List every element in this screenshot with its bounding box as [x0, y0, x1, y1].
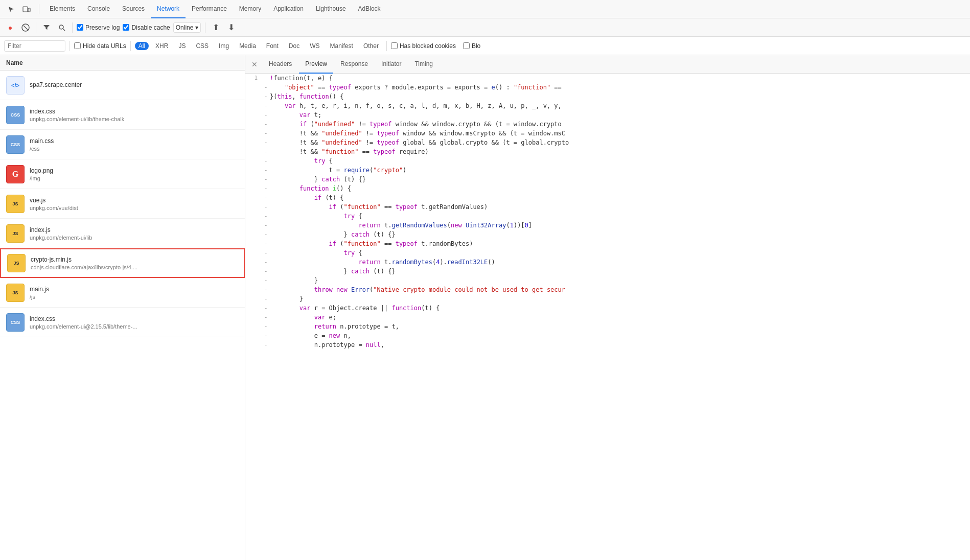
filter-type-other[interactable]: Other — [360, 42, 382, 50]
code-line: - function i() { — [245, 184, 970, 193]
cursor-icon[interactable] — [4, 2, 18, 16]
hide-data-urls-label[interactable]: Hide data URLs — [74, 42, 126, 50]
filter-separator-3 — [386, 41, 387, 51]
list-item[interactable]: CSS index.css unpkg.com/element-ui@2.15.… — [0, 308, 245, 337]
svg-point-4 — [59, 25, 63, 29]
tab-lighthouse[interactable]: Lighthouse — [310, 0, 352, 18]
tab-network[interactable]: Network — [151, 0, 186, 18]
svg-line-5 — [63, 29, 65, 31]
tab-timing[interactable]: Timing — [408, 55, 439, 74]
list-item[interactable]: JS vue.js unpkg.com/vue/dist — [0, 189, 245, 219]
toolbar-separator-2 — [72, 22, 73, 33]
import-button[interactable]: ⬆ — [210, 21, 222, 34]
list-item[interactable]: JS main.js /js — [0, 278, 245, 308]
file-path: cdnjs.cloudflare.com/ajax/libs/crypto-js… — [31, 264, 137, 270]
file-name: index.css — [30, 108, 124, 115]
preserve-log-text: Preserve log — [85, 24, 120, 31]
file-list-panel: Name </> spa7.scrape.center CSS index.cs… — [0, 55, 245, 560]
line-code: !t && "undefined" != typeof window && wi… — [270, 129, 970, 138]
tab-memory[interactable]: Memory — [233, 0, 267, 18]
filter-type-manifest[interactable]: Manifest — [327, 42, 357, 50]
filter-type-css[interactable]: CSS — [192, 42, 212, 50]
list-item[interactable]: JS index.js unpkg.com/element-ui/lib — [0, 219, 245, 248]
line-indicator: - — [262, 166, 270, 175]
list-item[interactable]: CSS index.css unpkg.com/element-ui/lib/t… — [0, 100, 245, 130]
line-indicator: - — [262, 221, 270, 230]
blocked-checkbox[interactable] — [463, 42, 470, 49]
tab-performance[interactable]: Performance — [186, 0, 233, 18]
filter-type-js[interactable]: JS — [175, 42, 189, 50]
line-code: "object" == typeof exports ? module.expo… — [270, 83, 970, 92]
file-name: index.js — [30, 226, 92, 234]
line-code: } catch (t) {} — [270, 267, 970, 276]
network-toolbar: ● Preserve log Disable cache Online ▾ ⬆ … — [0, 18, 970, 37]
filter-type-xhr[interactable]: XHR — [152, 42, 172, 50]
has-blocked-label[interactable]: Has blocked cookies — [391, 42, 456, 50]
list-item[interactable]: CSS main.css /css — [0, 130, 245, 159]
code-line: - } catch (t) {} — [245, 230, 970, 239]
close-panel-button[interactable]: ✕ — [249, 59, 260, 69]
filter-type-all[interactable]: All — [135, 42, 149, 50]
code-panel: ✕ Headers Preview Response Initiator Tim… — [245, 55, 970, 560]
file-icon-js: JS — [7, 254, 26, 272]
record-button[interactable]: ● — [4, 21, 16, 34]
filter-icon[interactable] — [40, 21, 53, 34]
filter-separator — [70, 41, 70, 51]
code-content[interactable]: 1 !function(t, e) { - "object" == typeof… — [245, 74, 970, 560]
filter-type-doc[interactable]: Doc — [285, 42, 303, 50]
filter-type-img[interactable]: Img — [215, 42, 233, 50]
tab-adblock[interactable]: AdBlock — [352, 0, 387, 18]
file-name: crypto-js.min.js — [31, 256, 137, 263]
line-code: try { — [270, 248, 970, 258]
throttle-label: Online — [176, 24, 194, 31]
filter-type-ws[interactable]: WS — [306, 42, 323, 50]
tab-console[interactable]: Console — [81, 0, 116, 18]
tab-application[interactable]: Application — [267, 0, 310, 18]
file-icon-css: CSS — [6, 313, 25, 332]
device-toggle-icon[interactable] — [19, 2, 34, 16]
file-name: main.js — [30, 286, 49, 293]
list-item[interactable]: G logo.png /img — [0, 159, 245, 189]
disable-cache-label[interactable]: Disable cache — [123, 24, 170, 31]
filter-type-media[interactable]: Media — [236, 42, 260, 50]
line-code: var e; — [270, 313, 970, 322]
line-code: !t && "undefined" != typeof global && gl… — [270, 138, 970, 147]
file-name: vue.js — [30, 197, 78, 204]
file-icon-css: CSS — [6, 135, 25, 154]
tab-initiator[interactable]: Initiator — [375, 55, 407, 74]
tab-preview[interactable]: Preview — [299, 55, 333, 74]
tab-headers[interactable]: Headers — [263, 55, 298, 74]
file-info: logo.png /img — [30, 167, 53, 181]
clear-button[interactable] — [19, 21, 32, 34]
line-indicator: - — [262, 230, 270, 239]
search-icon[interactable] — [56, 21, 68, 34]
code-line: - e = new n, — [245, 331, 970, 340]
line-indicator: - — [262, 193, 270, 202]
tab-elements[interactable]: Elements — [43, 0, 81, 18]
code-line: - var e; — [245, 313, 970, 322]
hide-data-urls-checkbox[interactable] — [74, 42, 81, 49]
has-blocked-checkbox[interactable] — [391, 42, 398, 49]
throttle-select[interactable]: Online ▾ — [173, 22, 201, 33]
line-indicator: - — [262, 147, 270, 156]
file-list: </> spa7.scrape.center CSS index.css unp… — [0, 71, 245, 560]
list-item[interactable]: </> spa7.scrape.center — [0, 71, 245, 100]
line-indicator: - — [262, 248, 270, 258]
code-line: - } — [245, 276, 970, 285]
disable-cache-checkbox[interactable] — [123, 24, 129, 31]
code-line: - }(this, function() { — [245, 92, 970, 101]
file-name: spa7.scrape.center — [30, 81, 82, 88]
list-item[interactable]: JS crypto-js.min.js cdnjs.cloudflare.com… — [0, 248, 245, 278]
line-indicator: - — [262, 175, 270, 184]
tab-response[interactable]: Response — [334, 55, 374, 74]
tab-sources[interactable]: Sources — [116, 0, 151, 18]
preserve-log-checkbox[interactable] — [77, 24, 83, 31]
preserve-log-label[interactable]: Preserve log — [77, 24, 120, 31]
throttle-dropdown-icon: ▾ — [195, 24, 198, 31]
blocked-label[interactable]: Blo — [463, 42, 480, 50]
filter-type-font[interactable]: Font — [263, 42, 282, 50]
filter-input[interactable] — [4, 40, 65, 52]
export-button[interactable]: ⬇ — [225, 21, 237, 34]
toolbar-separator-3 — [205, 22, 205, 33]
line-indicator: - — [262, 202, 270, 212]
